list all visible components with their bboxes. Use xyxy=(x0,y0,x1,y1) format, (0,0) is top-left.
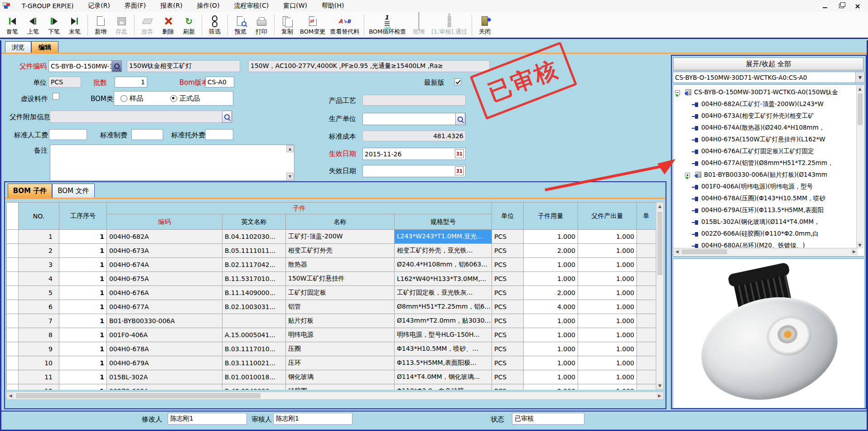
spec-cell[interactable]: 明纬电源，型号HLG-150H... xyxy=(395,328,492,342)
out-cell[interactable]: 1.000 xyxy=(578,342,637,356)
bom-cycle-check-button[interactable]: BOM循环检查 xyxy=(366,13,408,37)
expire-date-input[interactable] xyxy=(362,165,466,177)
first-record-button[interactable]: 首笔 xyxy=(2,13,23,37)
tree-item[interactable]: 004H0-676A(工矿灯固定板)(工矿灯固定 xyxy=(674,145,850,157)
code-cell[interactable]: 004H0-675A xyxy=(107,272,222,286)
menu-item[interactable]: 帮助(H) xyxy=(314,0,351,12)
unit-cell[interactable]: PCS xyxy=(492,370,524,384)
scroll-thumb[interactable] xyxy=(858,93,863,125)
parent-code-input[interactable]: CS-BYB-O-150MW-3 xyxy=(48,60,112,72)
code-cell[interactable]: 004H0-674A xyxy=(107,258,222,272)
scroll-thumb[interactable] xyxy=(16,393,260,398)
row-selector-cell[interactable] xyxy=(7,384,19,390)
extra-cell[interactable] xyxy=(637,300,656,314)
code-cell[interactable]: 004H0-682A xyxy=(107,230,222,244)
en-name-cell[interactable]: B.03.1117010... xyxy=(222,342,286,356)
close-form-button[interactable]: 关闭 xyxy=(474,13,495,37)
scroll-down-icon[interactable]: ▼ xyxy=(857,242,863,248)
outsource-cost-input[interactable] xyxy=(205,129,233,140)
seq-cell[interactable]: 1 xyxy=(59,370,107,384)
scroll-down-icon[interactable]: ▼ xyxy=(656,382,663,389)
tree-item[interactable]: 002Z0-606A(硅胶圈)(Φ110*Φ2.0mm,白 xyxy=(674,228,850,240)
tree-item[interactable]: 015BL-302A(钢化玻璃)(Ø114*T4.0MM， xyxy=(674,216,850,228)
tab-browse[interactable]: 浏览 xyxy=(5,41,31,53)
code-cell[interactable]: B01-BYB00330-006A xyxy=(107,314,222,328)
effective-calendar-button[interactable] xyxy=(455,149,464,158)
qty-cell[interactable]: 1.000 xyxy=(524,356,578,370)
bom-type-sample-option[interactable]: 样品 xyxy=(121,94,143,103)
remark-scroll-up-button[interactable]: ▲ xyxy=(286,145,294,152)
name-cell[interactable]: 钢化玻璃 xyxy=(286,370,395,384)
name-cell[interactable]: 硅胶圈 xyxy=(286,384,395,390)
qty-cell[interactable]: 1.000 xyxy=(524,328,578,342)
expire-calendar-button[interactable] xyxy=(455,166,464,175)
unit-cell[interactable]: PCS xyxy=(492,272,524,286)
delete-button[interactable]: 删除 xyxy=(158,13,178,37)
scroll-thumb[interactable] xyxy=(682,249,727,254)
no-cell[interactable]: 8 xyxy=(19,328,59,342)
bom-version-select[interactable]: CS-BYB-O-150MW-30D71-WCTKG-A0:CS-A0 ▼ xyxy=(673,72,865,83)
row-selector-cell[interactable] xyxy=(7,286,19,300)
mfg-cost-input[interactable] xyxy=(131,129,163,140)
unit-cell[interactable]: PCS xyxy=(492,286,524,300)
unit-cell[interactable]: PCS xyxy=(492,328,524,342)
name-cell[interactable]: 压环 xyxy=(286,356,395,370)
en-name-cell[interactable]: B.02.1117042... xyxy=(222,258,286,272)
seq-cell[interactable]: 1 xyxy=(59,342,107,356)
code-cell[interactable]: 015BL-302A xyxy=(107,370,222,384)
audited-by-field[interactable]: 陈志刚1 xyxy=(273,413,352,425)
no-cell[interactable]: 3 xyxy=(19,258,59,272)
qty-cell[interactable]: 1.000 xyxy=(524,314,578,328)
name-cell[interactable]: 工矿灯-顶盖-200W xyxy=(286,230,395,244)
spec-cell[interactable]: Φ143*H10.5MM，喷砂、... xyxy=(395,342,492,356)
seq-cell[interactable]: 1 xyxy=(59,384,107,390)
minimize-button[interactable] xyxy=(819,1,831,10)
extra-cell[interactable] xyxy=(637,230,656,244)
row-selector-cell[interactable] xyxy=(7,314,19,328)
unit-cell[interactable]: PCS xyxy=(492,244,524,258)
audit-pass-button[interactable]: [1.审核].通过 xyxy=(429,13,469,37)
menu-item[interactable]: 操作(O) xyxy=(190,0,227,12)
remark-scroll-down-button[interactable]: ▼ xyxy=(286,173,294,180)
tree-item[interactable]: CS-BYB-O-150MW-30D71-WCTKG-A0(150W钛金 xyxy=(674,87,850,98)
name-cell[interactable]: 150W工矿灯悬挂件 xyxy=(286,272,395,286)
extra-info-lookup-button[interactable] xyxy=(222,111,232,123)
menu-item[interactable]: T-GROUP ERP(E) xyxy=(14,0,81,12)
name-cell[interactable]: 贴片灯板 xyxy=(286,314,395,328)
scroll-right-icon[interactable]: ▶ xyxy=(656,392,663,399)
table-horizontal-scrollbar[interactable]: ◀ ▶ xyxy=(6,392,664,400)
extra-cell[interactable] xyxy=(637,384,656,390)
bom-change-button[interactable]: BOM变更 xyxy=(298,13,328,37)
extra-cell[interactable] xyxy=(637,328,656,342)
print-button[interactable]: 打印 xyxy=(251,13,272,37)
no-cell[interactable]: 12 xyxy=(19,384,59,390)
tree-item[interactable]: B01-BYB00330-006A(贴片灯板)(Ø143mm xyxy=(674,169,850,181)
extra-cell[interactable] xyxy=(637,244,656,258)
expand-collapse-all-button[interactable]: 展开/收起 全部 xyxy=(673,58,863,70)
unit-cell[interactable]: PCS xyxy=(492,356,524,370)
filter-button[interactable]: 筛选 xyxy=(204,13,225,37)
name-cell[interactable]: 工矿灯固定板 xyxy=(286,286,395,300)
spec-cell[interactable]: 相变工矿灯外壳，亚光铁... xyxy=(395,244,492,258)
no-cell[interactable]: 2 xyxy=(19,244,59,258)
name-cell[interactable]: 散热器 xyxy=(286,258,395,272)
scroll-left-icon[interactable]: ◀ xyxy=(674,248,680,255)
scroll-up-icon[interactable]: ▲ xyxy=(656,203,663,210)
code-cell[interactable]: 004H0-676A xyxy=(107,286,222,300)
en-name-cell[interactable]: B.01.0010018... xyxy=(222,370,286,384)
unit-cell[interactable]: PCS xyxy=(492,230,524,244)
menu-item[interactable]: 界面(F) xyxy=(117,0,153,12)
tree-item[interactable]: 004H0-674A(散热器)(Ø240.4*H108mm， xyxy=(674,122,850,134)
name-cell[interactable]: 明纬电源 xyxy=(286,328,395,342)
name-cell[interactable]: 相变工矿灯外壳 xyxy=(286,244,395,258)
spec-cell[interactable]: L162*W40*H133*T3.0MM,... xyxy=(395,272,492,286)
seq-cell[interactable]: 1 xyxy=(59,258,107,272)
tab-bom-children[interactable]: BOM 子件 xyxy=(8,184,52,198)
bom-version-input[interactable]: CS-A0 xyxy=(205,77,234,87)
out-cell[interactable]: 1.000 xyxy=(578,300,637,314)
parent-code-lookup-button[interactable] xyxy=(112,60,122,72)
tab-bom-files[interactable]: BOM 文件 xyxy=(52,184,95,198)
row-selector-cell[interactable] xyxy=(7,356,19,370)
row-selector-cell[interactable] xyxy=(7,230,19,244)
table-vertical-scrollbar[interactable]: ▲ ▼ xyxy=(656,202,664,390)
